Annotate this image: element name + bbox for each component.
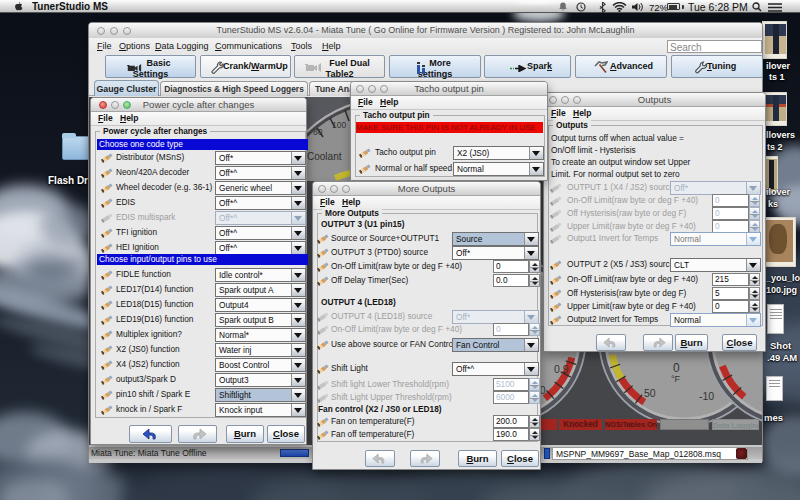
svg-text:0.9: 0.9: [554, 363, 569, 375]
svg-text:80: 80: [313, 127, 323, 137]
svg-text:Coolant: Coolant: [307, 151, 342, 162]
svg-text:100: 100: [332, 120, 346, 130]
svg-text:°F: °F: [671, 374, 681, 384]
svg-text:0: 0: [673, 361, 680, 375]
svg-text:50: 50: [644, 387, 656, 399]
svg-text:-10: -10: [699, 390, 714, 402]
